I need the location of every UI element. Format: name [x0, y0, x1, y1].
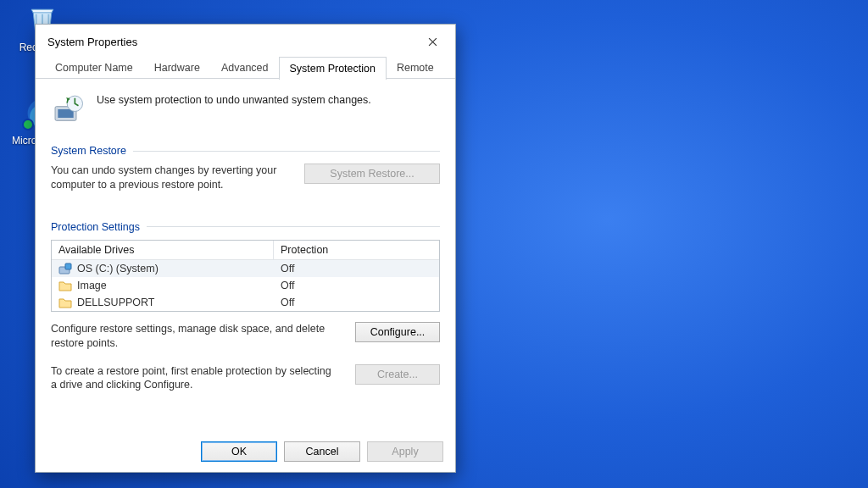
tab-remote[interactable]: Remote [386, 56, 445, 79]
apply-button[interactable]: Apply [367, 441, 443, 462]
ok-button[interactable]: OK [201, 441, 277, 462]
drive-name: DELLSUPPORT [77, 297, 154, 308]
folder-icon [58, 297, 72, 308]
group-system-restore: System Restore You can undo system chang… [51, 145, 440, 192]
drives-header-row: Available Drives Protection [52, 241, 439, 260]
system-properties-window: System Properties Computer Name Hardware… [35, 24, 456, 473]
drive-row[interactable]: Image Off [52, 277, 439, 294]
drives-listbox[interactable]: Available Drives Protection OS (C:) (Sys… [51, 240, 440, 312]
restore-description: You can undo system changes by reverting… [51, 164, 289, 192]
drive-row[interactable]: OS (C:) (System) Off [52, 260, 439, 277]
folder-icon [58, 280, 72, 291]
tab-computer-name[interactable]: Computer Name [44, 56, 144, 79]
configure-button[interactable]: Configure... [355, 322, 440, 342]
close-icon [428, 37, 437, 47]
column-header-protection[interactable]: Protection [274, 241, 439, 259]
tab-advanced[interactable]: Advanced [210, 56, 280, 79]
create-description: To create a restore point, first enable … [51, 364, 340, 393]
titlebar[interactable]: System Properties [36, 25, 455, 56]
tab-system-protection[interactable]: System Protection [279, 57, 387, 80]
group-heading: System Restore [51, 145, 133, 157]
svg-rect-5 [65, 263, 71, 269]
drive-row[interactable]: DELLSUPPORT Off [52, 294, 439, 311]
tab-hardware[interactable]: Hardware [143, 56, 211, 79]
window-title: System Properties [47, 36, 137, 48]
system-drive-icon [58, 263, 72, 274]
shortcut-badge-icon [22, 119, 34, 130]
drive-status: Off [274, 294, 439, 311]
drive-status: Off [274, 277, 439, 294]
group-heading: Protection Settings [51, 221, 147, 233]
group-protection-settings: Protection Settings Available Drives Pro… [51, 221, 440, 393]
system-protection-icon [51, 92, 85, 126]
drive-name: OS (C:) (System) [77, 263, 159, 274]
system-restore-button[interactable]: System Restore... [304, 164, 440, 184]
create-button[interactable]: Create... [355, 364, 440, 385]
tabstrip: Computer Name Hardware Advanced System P… [36, 56, 455, 79]
drive-status: Off [274, 260, 439, 277]
tab-content: Use system protection to undo unwanted s… [36, 79, 455, 452]
intro-text: Use system protection to undo unwanted s… [97, 92, 371, 106]
drive-name: Image [77, 280, 107, 291]
column-header-drives[interactable]: Available Drives [52, 241, 274, 259]
dialog-footer: OK Cancel Apply [36, 433, 455, 472]
configure-description: Configure restore settings, manage disk … [51, 322, 340, 351]
intro-row: Use system protection to undo unwanted s… [51, 91, 440, 136]
close-button[interactable] [420, 32, 445, 51]
cancel-button[interactable]: Cancel [284, 441, 360, 462]
